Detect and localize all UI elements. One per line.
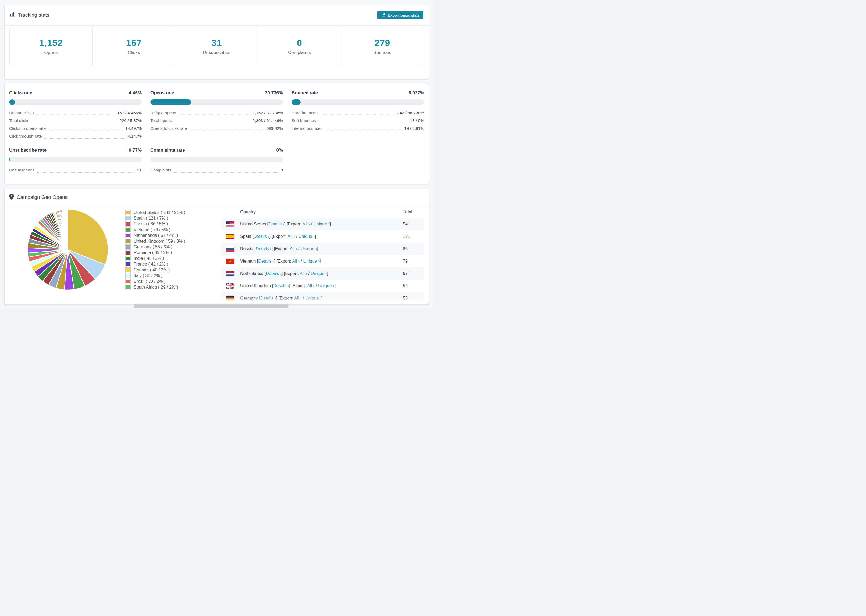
legend-item[interactable]: Netherlands ( 67 / 4% ) xyxy=(125,233,185,238)
horizontal-scrollbar-thumb[interactable] xyxy=(134,304,288,308)
legend-item[interactable]: United States ( 541 / 31% ) xyxy=(125,210,185,215)
campaign-geo-opens-card: Campaign Geo Opens United States ( 541 /… xyxy=(4,188,429,305)
export-all-link[interactable]: All › xyxy=(299,271,307,276)
export-all-link[interactable]: All › xyxy=(307,284,315,288)
export-unique-link[interactable]: Unique › xyxy=(301,247,317,251)
export-all-link[interactable]: All › xyxy=(292,259,300,263)
rate-row: Click through rate4.147% xyxy=(9,132,142,140)
country-cell: Russia [Details ›] [Export: All › / Uniq… xyxy=(240,247,318,251)
rate-section-header: Unsubscribe rate0.77% xyxy=(9,148,142,153)
legend-swatch-icon xyxy=(125,239,131,244)
export-all-link[interactable]: All › xyxy=(290,247,297,251)
export-unique-link[interactable]: Unique › xyxy=(299,234,315,239)
slash-separator: / xyxy=(295,234,299,239)
export-label: ] [Export: xyxy=(284,222,302,226)
export-basic-stats-button[interactable]: Export basic stats xyxy=(377,11,423,19)
progress-bar xyxy=(9,99,142,105)
geo-title: Campaign Geo Opens xyxy=(17,194,68,200)
rate-section: Unsubscribe rate0.77%Unsubscribes31 xyxy=(9,148,142,174)
rate-row: Total opens2,303 / 61.446% xyxy=(150,117,283,124)
legend-item[interactable]: Italy ( 36 / 2% ) xyxy=(125,273,185,278)
total-cell: 541 xyxy=(403,222,410,226)
stat-label: Opens xyxy=(44,50,58,55)
rate-row-label: Hard bounces xyxy=(291,109,318,117)
legend-label: France ( 42 / 2% ) xyxy=(134,262,168,267)
details-link[interactable]: Details › xyxy=(273,284,289,288)
total-cell: 67 xyxy=(403,271,408,276)
rate-section: Complaints rate0%Complaints0 xyxy=(150,148,283,174)
rate-row-label: Total clicks xyxy=(9,117,29,124)
total-cell: 86 xyxy=(403,247,408,251)
stat-cell: 1,152Opens xyxy=(10,27,93,66)
legend-item[interactable]: Spain ( 121 / 7% ) xyxy=(125,215,185,221)
legend-swatch-icon xyxy=(125,273,131,278)
legend-item[interactable]: Brazil ( 33 / 2% ) xyxy=(125,279,185,284)
table-row: Russia [Details ›] [Export: All › / Uniq… xyxy=(220,243,424,255)
rate-row: Complaints0 xyxy=(150,166,283,174)
legend-item[interactable]: Canada ( 40 / 2% ) xyxy=(125,267,185,273)
details-link[interactable]: Details › xyxy=(268,222,284,226)
rate-rows: Unique opens1,152 / 30.736%Total opens2,… xyxy=(150,109,283,132)
bar-chart-icon xyxy=(9,11,15,19)
legend-item[interactable]: United Kingdom ( 59 / 3% ) xyxy=(125,238,185,244)
legend-item[interactable]: India ( 46 / 3% ) xyxy=(125,256,185,261)
export-unique-link[interactable]: Unique › xyxy=(303,259,319,263)
details-link[interactable]: Details › xyxy=(254,234,269,239)
export-label: ] [Export: xyxy=(282,271,300,276)
export-all-link[interactable]: All › xyxy=(294,296,302,300)
legend-label: Romania ( 49 / 3% ) xyxy=(134,250,172,255)
rates-card: Clicks rate4.46%Unique clicks167 / 4.456… xyxy=(4,83,429,184)
legend-swatch-icon xyxy=(125,250,131,255)
slash-separator: / xyxy=(307,271,311,276)
stat-cell: 31Unsubscribes xyxy=(175,27,258,66)
export-label: ] [Export: xyxy=(276,296,294,300)
dotted-leader xyxy=(318,117,408,123)
legend-label: Netherlands ( 67 / 4% ) xyxy=(134,233,178,238)
slash-separator: / xyxy=(297,247,301,251)
dotted-leader xyxy=(36,109,115,115)
details-link[interactable]: Details › xyxy=(258,259,274,263)
legend-item[interactable]: Russia ( 86 / 5% ) xyxy=(125,221,185,227)
pie-slice[interactable] xyxy=(68,209,68,250)
country-cell: Spain [Details ›] [Export: All › / Uniqu… xyxy=(240,234,316,239)
legend-item[interactable]: France ( 42 / 2% ) xyxy=(125,261,185,267)
dotted-leader xyxy=(189,124,265,131)
export-unique-link[interactable]: Unique › xyxy=(305,296,321,300)
legend-swatch-icon xyxy=(125,244,131,250)
legend-swatch-icon xyxy=(125,279,131,284)
rate-section-header: Clicks rate4.46% xyxy=(9,90,142,96)
rate-row: Opens to clicks rate689.82% xyxy=(150,124,283,132)
export-unique-link[interactable]: Unique › xyxy=(311,271,327,276)
stat-label: Complaints xyxy=(288,50,311,55)
legend-item[interactable]: Romania ( 49 / 3% ) xyxy=(125,250,185,256)
rate-value: 30.736% xyxy=(265,90,283,96)
export-all-link[interactable]: All › xyxy=(302,222,310,226)
export-unique-link[interactable]: Unique › xyxy=(318,284,334,288)
legend-label: Germany ( 55 / 3% ) xyxy=(134,245,172,250)
export-icon xyxy=(381,13,386,18)
legend-item[interactable]: South Africa ( 29 / 2% ) xyxy=(125,284,185,290)
country-name: United States [ xyxy=(240,222,268,226)
legend-item[interactable]: Germany ( 55 / 3% ) xyxy=(125,244,185,250)
rate-row: Unsubscribes31 xyxy=(9,166,142,174)
stat-cell: 167Clicks xyxy=(93,27,175,66)
stat-value: 1,152 xyxy=(39,38,63,48)
details-link[interactable]: Details › xyxy=(260,296,276,300)
export-all-link[interactable]: All › xyxy=(288,234,295,239)
rate-row-value: 1,152 / 30.736% xyxy=(252,109,283,117)
legend-label: United States ( 541 / 31% ) xyxy=(134,210,185,215)
stat-label: Clicks xyxy=(128,50,140,55)
legend-item[interactable]: Vietnam ( 79 / 5% ) xyxy=(125,227,185,233)
legend-label: United Kingdom ( 59 / 3% ) xyxy=(134,239,185,244)
export-unique-link[interactable]: Unique › xyxy=(313,222,329,226)
legend-swatch-icon xyxy=(125,210,131,215)
bracket-close: ] xyxy=(315,234,316,239)
legend-label: Spain ( 121 / 7% ) xyxy=(134,216,168,221)
details-link[interactable]: Details › xyxy=(256,247,272,251)
table-row: United Kingdom [Details ›] [Export: All … xyxy=(220,280,424,292)
details-link[interactable]: Details › xyxy=(266,271,282,276)
gb-flag-icon xyxy=(226,283,234,289)
progress-bar-fill xyxy=(291,99,301,105)
rate-section-header: Complaints rate0% xyxy=(150,148,283,153)
export-button-label: Export basic stats xyxy=(388,13,420,17)
